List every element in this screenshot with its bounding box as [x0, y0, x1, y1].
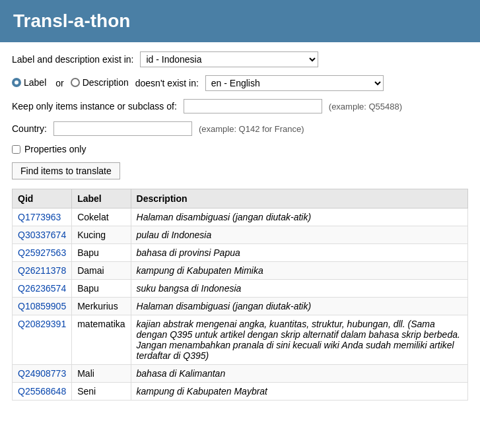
description-radio-text: Description	[83, 77, 129, 88]
lang-not-exists-select[interactable]: en - Englishid - Indonesiafr - Frenchde …	[205, 75, 384, 91]
col-header-description: Description	[131, 189, 467, 208]
col-header-qid: Qid	[13, 189, 72, 208]
cell-label: Bapu	[72, 244, 131, 262]
qid-link[interactable]: Q25568648	[18, 386, 66, 397]
cell-label: Bapu	[72, 280, 131, 298]
or-label: or	[55, 78, 63, 88]
qid-link[interactable]: Q26236574	[18, 283, 66, 294]
table-row: Q26211378Damaikampung di Kabupaten Mimik…	[13, 262, 468, 280]
label-text: Label	[12, 77, 46, 89]
lang-exists-label: Label and description exist in:	[12, 54, 133, 65]
page-title: Transl-a-thon	[13, 11, 467, 32]
cell-label: Kucing	[72, 226, 131, 244]
properties-only-label[interactable]: Properties only	[24, 144, 86, 154]
results-table: Qid Label Description Q1773963CokelatHal…	[12, 189, 468, 400]
qid-link[interactable]: Q20829391	[18, 319, 66, 329]
cell-label: Seni	[72, 383, 131, 400]
cell-qid: Q20829391	[13, 315, 72, 365]
not-exist-label: doesn't exist in:	[135, 78, 199, 88]
table-row: Q25568648Senikampung di Kabupaten Maybra…	[13, 383, 468, 400]
cell-description: kajian abstrak mengenai angka, kuantitas…	[131, 315, 467, 365]
cell-qid: Q24908773	[13, 365, 72, 383]
country-label: Country:	[12, 123, 47, 134]
table-row: Q26236574Bapusuku bangsa di Indonesia	[13, 280, 468, 298]
cell-qid: Q25568648	[13, 383, 72, 400]
table-row: Q20829391matematikakajian abstrak mengen…	[13, 315, 468, 365]
table-row: Q1773963CokelatHalaman disambiguasi (jan…	[13, 208, 468, 226]
table-row: Q30337674Kucingpulau di Indonesia	[13, 226, 468, 244]
qid-link[interactable]: Q10859905	[18, 301, 66, 311]
cell-label: Mali	[72, 365, 131, 383]
cell-description: Halaman disambiguasi (jangan diutak-atik…	[131, 208, 467, 226]
description-text: Description	[71, 77, 129, 89]
table-row: Q10859905MerkuriusHalaman disambiguasi (…	[13, 298, 468, 315]
lang-exists-select[interactable]: id - Indonesiaen - Englishfr - Frenchde …	[140, 51, 318, 67]
qid-link[interactable]: Q1773963	[18, 212, 61, 222]
cell-description: kampung di Kabupaten Maybrat	[131, 383, 467, 400]
col-header-label: Label	[72, 189, 131, 208]
cell-qid: Q26236574	[13, 280, 72, 298]
label-radio-label[interactable]: Label	[12, 77, 46, 88]
table-row: Q25927563Bapubahasa di provinsi Papua	[13, 244, 468, 262]
cell-qid: Q30337674	[13, 226, 72, 244]
description-radio-dot	[71, 78, 80, 87]
find-items-button[interactable]: Find items to translate	[12, 162, 120, 179]
qid-link[interactable]: Q30337674	[18, 230, 66, 240]
description-radio-label[interactable]: Description	[71, 77, 129, 88]
country-input[interactable]	[53, 121, 192, 136]
cell-qid: Q26211378	[13, 262, 72, 280]
qid-link[interactable]: Q26211378	[18, 265, 66, 276]
properties-only-checkbox[interactable]	[12, 145, 20, 154]
cell-description: Halaman disambiguasi (jangan diutak-atik…	[131, 298, 467, 315]
cell-qid: Q10859905	[13, 298, 72, 315]
keep-only-hint: (example: Q55488)	[329, 102, 402, 112]
table-row: Q24908773Malibahasa di Kalimantan	[13, 365, 468, 383]
cell-qid: Q1773963	[13, 208, 72, 226]
cell-description: suku bangsa di Indonesia	[131, 280, 467, 298]
label-radio-dot	[12, 78, 21, 87]
cell-label: Cokelat	[72, 208, 131, 226]
qid-link[interactable]: Q25927563	[18, 247, 66, 258]
keep-only-input[interactable]	[184, 99, 322, 113]
cell-description: bahasa di provinsi Papua	[131, 244, 467, 262]
cell-label: Merkurius	[72, 298, 131, 315]
keep-only-label: Keep only items instance or subclass of:	[12, 101, 177, 112]
cell-qid: Q25927563	[13, 244, 72, 262]
cell-description: kampung di Kabupaten Mimika	[131, 262, 467, 280]
label-radio-text: Label	[24, 77, 46, 88]
cell-description: pulau di Indonesia	[131, 226, 467, 244]
cell-description: bahasa di Kalimantan	[131, 365, 467, 383]
country-hint: (example: Q142 for France)	[199, 124, 304, 134]
cell-label: matematika	[72, 315, 131, 365]
cell-label: Damai	[72, 262, 131, 280]
qid-link[interactable]: Q24908773	[18, 368, 66, 379]
